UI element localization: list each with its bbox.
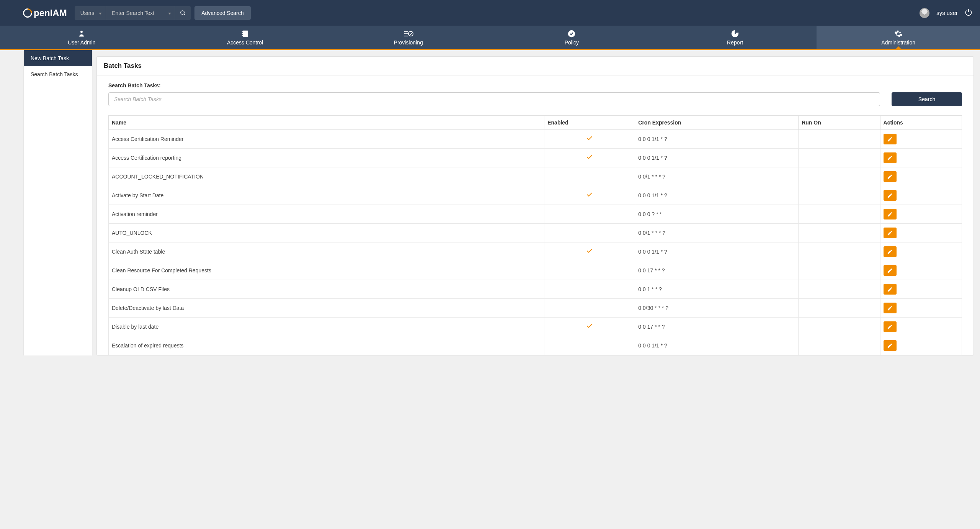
cell-runon: [799, 261, 880, 280]
cell-enabled: [544, 242, 635, 261]
edit-button[interactable]: [884, 171, 897, 182]
cell-runon: [799, 224, 880, 242]
sidebar-item-search-batch-tasks[interactable]: Search Batch Tasks: [24, 66, 92, 82]
cell-cron: 0 0 0 1/1 * ?: [635, 149, 799, 167]
search-label: Search Batch Tasks:: [108, 82, 962, 88]
sidebar-item-new-batch-task[interactable]: New Batch Task: [24, 50, 92, 66]
cell-actions: [880, 280, 962, 299]
table-row: Activate by Start Date0 0 0 1/1 * ?: [109, 186, 962, 205]
nav-item-user-admin[interactable]: User Admin: [0, 26, 163, 49]
nav-icon: [403, 29, 413, 38]
search-batch-tasks-input[interactable]: [108, 92, 880, 106]
nav-icon: [894, 29, 903, 38]
cell-actions: [880, 130, 962, 149]
cell-name: Clean Auth State table: [109, 242, 544, 261]
nav-label: Provisioning: [394, 39, 423, 46]
table-row: ACCOUNT_LOCKED_NOTIFICATION0 0/1 * * * ?: [109, 167, 962, 186]
cell-cron: 0 0 1 * * ?: [635, 280, 799, 299]
edit-button[interactable]: [884, 303, 897, 313]
edit-button[interactable]: [884, 152, 897, 163]
edit-button[interactable]: [884, 284, 897, 295]
logo-circle-icon: [21, 7, 34, 20]
edit-button[interactable]: [884, 134, 897, 144]
cell-actions: [880, 299, 962, 318]
table-row: Access Certification Reminder0 0 0 1/1 *…: [109, 130, 962, 149]
cell-enabled: [544, 318, 635, 336]
cell-name: Delete/Deactivate by last Data: [109, 299, 544, 318]
cell-enabled: [544, 280, 635, 299]
nav-icon: [731, 29, 739, 38]
cell-name: AUTO_UNLOCK: [109, 224, 544, 242]
col-header-name: Name: [109, 116, 544, 130]
cell-cron: 0 0 0 1/1 * ?: [635, 242, 799, 261]
search-row: Search: [108, 92, 962, 106]
nav-item-access-control[interactable]: Access Control: [163, 26, 327, 49]
username[interactable]: sys user: [936, 10, 958, 16]
advanced-search-button[interactable]: Advanced Search: [194, 6, 251, 20]
edit-button[interactable]: [884, 340, 897, 351]
cell-actions: [880, 224, 962, 242]
cell-cron: 0 0 0 1/1 * ?: [635, 336, 799, 355]
nav-label: Administration: [881, 39, 915, 46]
content-area: New Batch TaskSearch Batch Tasks Batch T…: [0, 50, 980, 355]
nav-label: Access Control: [227, 39, 263, 46]
logo-text: penIAM: [34, 8, 67, 18]
batch-tasks-table: Name Enabled Cron Expression Run On Acti…: [108, 115, 962, 355]
col-header-runon: Run On: [799, 116, 880, 130]
search-button[interactable]: Search: [892, 92, 962, 106]
power-icon[interactable]: [965, 8, 972, 17]
cell-runon: [799, 149, 880, 167]
search-type-select[interactable]: Users: [75, 6, 106, 20]
cell-enabled: [544, 224, 635, 242]
edit-button[interactable]: [884, 209, 897, 219]
edit-button[interactable]: [884, 190, 897, 201]
nav-item-administration[interactable]: Administration: [817, 26, 980, 49]
nav-item-report[interactable]: Report: [653, 26, 817, 49]
main-panel: Batch Tasks Search Batch Tasks: Search N…: [96, 56, 974, 355]
svg-point-3: [80, 31, 83, 33]
check-icon: [547, 154, 632, 162]
cell-actions: [880, 261, 962, 280]
svg-rect-7: [242, 34, 243, 36]
edit-button[interactable]: [884, 321, 897, 332]
cell-runon: [799, 318, 880, 336]
top-bar: penIAM Users Enter Search Text Advanced …: [0, 0, 980, 26]
nav-icon: [241, 29, 249, 38]
svg-rect-4: [243, 30, 248, 37]
cell-name: Escalation of expired requests: [109, 336, 544, 355]
cell-actions: [880, 167, 962, 186]
cell-name: Cleanup OLD CSV Files: [109, 280, 544, 299]
table-row: Escalation of expired requests0 0 0 1/1 …: [109, 336, 962, 355]
check-icon: [547, 247, 632, 256]
search-icon: [180, 10, 186, 16]
panel-header: Batch Tasks: [97, 57, 973, 75]
cell-name: Activate by Start Date: [109, 186, 544, 205]
cell-actions: [880, 205, 962, 224]
cell-actions: [880, 149, 962, 167]
nav-item-provisioning[interactable]: Provisioning: [327, 26, 490, 49]
edit-button[interactable]: [884, 246, 897, 257]
logo[interactable]: penIAM: [23, 8, 67, 18]
nav-icon: [78, 29, 85, 38]
table-row: Activation reminder0 0 0 ? * *: [109, 205, 962, 224]
edit-button[interactable]: [884, 265, 897, 276]
top-bar-left: penIAM Users Enter Search Text Advanced …: [23, 6, 251, 20]
cell-runon: [799, 186, 880, 205]
cell-runon: [799, 130, 880, 149]
global-search-button[interactable]: [175, 6, 191, 20]
cell-name: Access Certification reporting: [109, 149, 544, 167]
nav-item-policy[interactable]: Policy: [490, 26, 653, 49]
top-bar-right: sys user: [920, 8, 972, 18]
search-text-select[interactable]: Enter Search Text: [106, 6, 175, 20]
table-row: Clean Auth State table0 0 0 1/1 * ?: [109, 242, 962, 261]
table-row: Disable by last date0 0 17 * * ?: [109, 318, 962, 336]
cell-name: Disable by last date: [109, 318, 544, 336]
cell-cron: 0 0/30 * * * ?: [635, 299, 799, 318]
avatar[interactable]: [920, 8, 929, 18]
cell-name: Clean Resource For Completed Requests: [109, 261, 544, 280]
search-section: Search Batch Tasks: Search: [97, 75, 973, 115]
cell-actions: [880, 242, 962, 261]
nav-icon: [567, 29, 576, 38]
edit-button[interactable]: [884, 228, 897, 238]
check-icon: [547, 191, 632, 200]
